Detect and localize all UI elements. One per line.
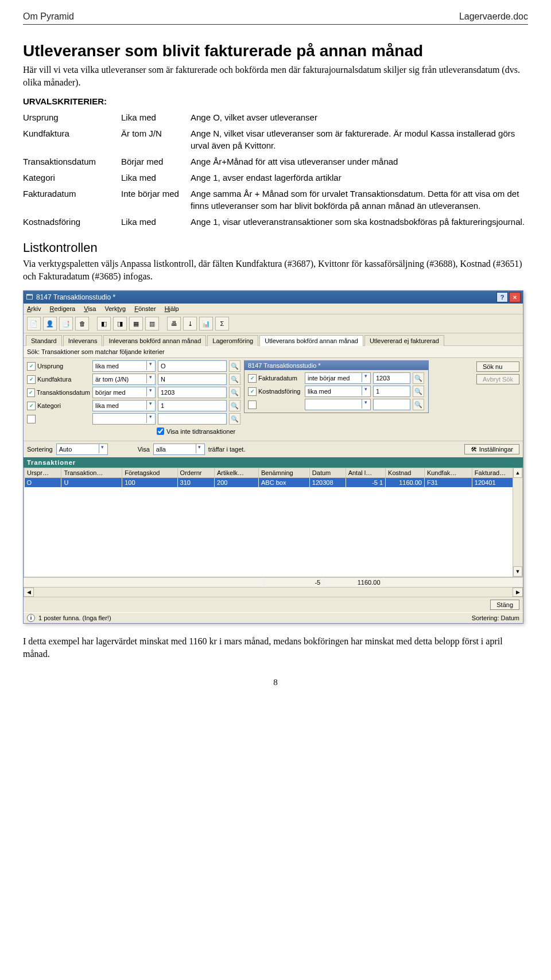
col-header[interactable]: Artikelk…	[215, 468, 259, 478]
menu-arkiv[interactable]: Arkiv	[27, 305, 41, 312]
col-header[interactable]: Datum	[309, 468, 346, 478]
filter-value-input[interactable]: N	[158, 374, 227, 385]
menu-verktyg[interactable]: Verktyg	[105, 305, 126, 312]
hide-time-checkbox[interactable]	[157, 427, 164, 435]
visa-combo[interactable]: alla	[153, 444, 205, 455]
grid-body[interactable]: Urspr… Transaktion… Företagskod Ordernr …	[24, 468, 523, 577]
app-window: 🗔 8147 Transaktionsstudio * ? × Arkiv Re…	[23, 290, 523, 624]
tabbar: Standard Inleverans Inleverans bokförd a…	[24, 333, 523, 346]
toolbar-user-icon[interactable]: 👤	[43, 317, 57, 330]
sok-nu-button[interactable]: Sök nu	[476, 361, 519, 372]
lookup-icon[interactable]: 🔍	[229, 374, 240, 385]
toolbar-delete-icon[interactable]: 🗑	[75, 317, 89, 330]
scroll-right-icon[interactable]: ▶	[513, 588, 523, 597]
grid-row[interactable]: O U 100 310 200 ABC box 120308 -5 1 1160…	[25, 478, 522, 488]
toolbar-print-icon[interactable]: 🖶	[167, 317, 181, 330]
scroll-down-icon[interactable]: ▼	[513, 566, 522, 577]
app-icon: 🗔	[26, 293, 33, 301]
installningar-button[interactable]: 🛠 Inställningar	[464, 444, 519, 454]
filter-value-input[interactable]	[158, 413, 227, 425]
menu-hjalp[interactable]: Hjälp	[165, 305, 179, 312]
filter-value-input[interactable]: 1203	[158, 387, 227, 398]
tab-inleverans[interactable]: Inleverans	[63, 335, 103, 346]
menubar[interactable]: Arkiv Redigera Visa Verktyg Fönster Hjäl…	[24, 304, 523, 314]
sok-label: Sök:	[27, 348, 40, 355]
filter-op-combo[interactable]	[92, 413, 156, 425]
col-header[interactable]: Kundfak…	[424, 468, 472, 478]
status-right: Sortering: Datum	[472, 615, 519, 621]
filter-icon[interactable]: ✓	[27, 388, 35, 397]
col-header[interactable]: Transaktion…	[61, 468, 122, 478]
inner-dialog-title[interactable]: 8147 Transaktionsstudio *	[245, 361, 428, 370]
lookup-icon[interactable]: 🔍	[229, 360, 240, 372]
filter-icon[interactable]: ✓	[27, 375, 36, 384]
toolbar: 📄 👤 📑 🗑 ◧ ◨ ▦ ▥ 🖶 ⤓ 📊 Σ	[24, 314, 523, 333]
toolbar-icon[interactable]: ▥	[145, 317, 159, 330]
filter-value-input[interactable]: 1	[158, 400, 227, 411]
horizontal-scrollbar[interactable]: ◀ ▶	[24, 587, 523, 597]
filter-value-input[interactable]	[373, 399, 410, 410]
lookup-icon[interactable]: 🔍	[229, 413, 240, 425]
filter-icon[interactable]: ✓	[27, 362, 36, 371]
lookup-icon[interactable]: 🔍	[413, 372, 424, 384]
sort-combo[interactable]: Auto	[56, 444, 108, 455]
filter-op-combo[interactable]: börjar med	[92, 387, 156, 398]
toolbar-icon[interactable]: ▦	[129, 317, 143, 330]
filter-op-combo[interactable]	[305, 399, 371, 410]
filter-icon[interactable]: ✓	[248, 387, 257, 396]
col-header[interactable]: Benämning	[259, 468, 310, 478]
help-button[interactable]: ?	[496, 292, 508, 302]
col-header[interactable]: Urspr…	[25, 468, 61, 478]
toolbar-icon[interactable]: ◧	[97, 317, 111, 330]
statusbar: i 1 poster funna. (Inga fler!) Sortering…	[24, 612, 523, 623]
filter-op-combo[interactable]: lika med	[92, 400, 156, 411]
lookup-icon[interactable]: 🔍	[413, 399, 424, 410]
search-descriptor: Sök: Transaktioner som matchar följande …	[24, 346, 523, 358]
stang-button[interactable]: Stäng	[490, 600, 519, 610]
titlebar[interactable]: 🗔 8147 Transaktionsstudio * ? ×	[24, 291, 523, 304]
col-header[interactable]: Kostnad	[386, 468, 425, 478]
data-grid[interactable]: Urspr… Transaktion… Företagskod Ordernr …	[24, 468, 522, 487]
tab-utleverans-bokford[interactable]: Utleverans bokförd annan månad	[259, 335, 363, 346]
filter-value-input[interactable]: 1	[373, 386, 410, 397]
toolbar-new-icon[interactable]: 📄	[27, 317, 41, 330]
toolbar-export-icon[interactable]: ⤓	[183, 317, 197, 330]
filter-icon[interactable]	[27, 415, 36, 423]
tab-inleverans-bokford[interactable]: Inleverans bokförd annan månad	[103, 335, 206, 346]
filter-icon[interactable]: ✓	[248, 374, 257, 383]
scroll-left-icon[interactable]: ◀	[24, 588, 34, 597]
filter-icon[interactable]	[248, 400, 257, 409]
filter-row: ✓Ursprung lika med O 🔍	[27, 360, 240, 372]
close-button[interactable]: ×	[509, 292, 521, 302]
vertical-scrollbar[interactable]: ▲ ▼	[513, 468, 522, 577]
filter-value-input[interactable]: 1203	[373, 372, 410, 384]
header-left: Om Pyramid	[23, 11, 74, 22]
intro-paragraph: Här vill vi veta vilka utleveranser som …	[23, 64, 528, 88]
tab-standard[interactable]: Standard	[26, 335, 62, 346]
avbryt-sok-button[interactable]: Avbryt Sök	[476, 374, 519, 384]
scroll-up-icon[interactable]: ▲	[513, 468, 522, 478]
col-header[interactable]: Antal l…	[346, 468, 385, 478]
window-title: 8147 Transaktionsstudio *	[36, 293, 115, 301]
filter-op-combo[interactable]: lika med	[305, 386, 371, 397]
tab-utlevererad-ej[interactable]: Utlevererad ej fakturerad	[364, 335, 444, 346]
filter-value-input[interactable]: O	[158, 360, 227, 372]
lookup-icon[interactable]: 🔍	[229, 387, 240, 398]
lookup-icon[interactable]: 🔍	[413, 386, 424, 397]
menu-visa[interactable]: Visa	[84, 305, 96, 312]
filter-op-combo[interactable]: inte börjar med	[305, 372, 371, 384]
tab-lageromforing[interactable]: Lageromföring	[207, 335, 258, 346]
lookup-icon[interactable]: 🔍	[229, 400, 240, 411]
col-header[interactable]: Ordernr	[177, 468, 214, 478]
toolbar-sum-icon[interactable]: Σ	[215, 317, 229, 330]
toolbar-chart-icon[interactable]: 📊	[199, 317, 213, 330]
col-header[interactable]: Företagskod	[122, 468, 177, 478]
filter-op-combo[interactable]: lika med	[92, 360, 156, 372]
toolbar-copy-icon[interactable]: 📑	[59, 317, 73, 330]
menu-redigera[interactable]: Redigera	[50, 305, 76, 312]
toolbar-icon[interactable]: ◨	[113, 317, 127, 330]
filter-icon[interactable]: ✓	[27, 402, 36, 410]
filter-op-combo[interactable]: är tom (J/N)	[92, 374, 156, 385]
status-left: 1 poster funna. (Inga fler!)	[38, 615, 111, 621]
menu-fonster[interactable]: Fönster	[134, 305, 156, 312]
